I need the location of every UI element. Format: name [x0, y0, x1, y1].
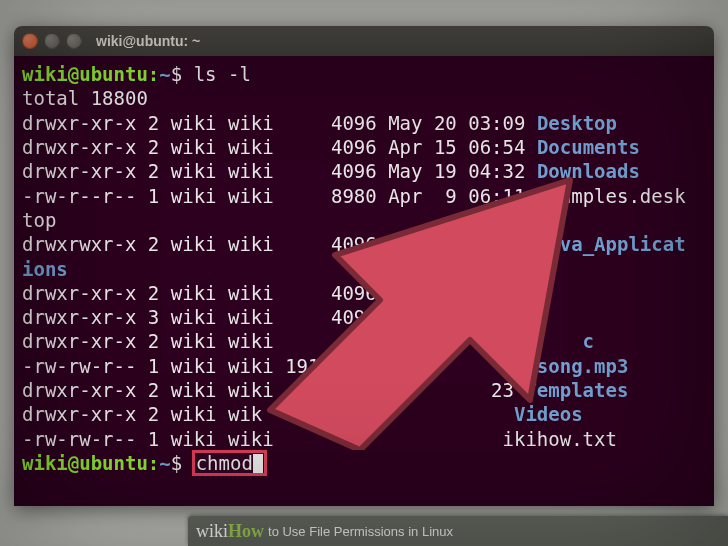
current-command: chmod [196, 452, 253, 474]
table-row: -rw-rw-r-- 1 wiki wiki 1919 song.mp3 [22, 355, 628, 377]
footer-bar: wikiHow to Use File Permissions in Linux [188, 516, 728, 546]
wikihow-logo: wikiHow [188, 521, 268, 542]
footer-text: to Use File Permissions in Linux [268, 524, 453, 539]
table-row: -rw-rw-r-- 1 wiki wiki ikihow.txt [22, 428, 617, 450]
table-row: drwxr-xr-x 2 wiki wiki 4096 A 06:23 [22, 282, 537, 304]
table-row: -rw-r--r-- 1 wiki wiki 8980 Apr 9 06:11 … [22, 185, 686, 207]
window-titlebar: wiki@ubuntu: ~ [14, 26, 714, 56]
table-row: drwxr-xr-x 2 wiki wiki 4096 May 20 03:09… [22, 112, 617, 134]
table-row: drwxr-xr-x 3 wiki wiki 4096 05 s [22, 306, 537, 328]
cursor-icon [253, 454, 263, 474]
prompt-sigil: $ [171, 63, 182, 85]
terminal-body[interactable]: wiki@ubuntu:~$ ls -l total 18800 drwxr-x… [14, 56, 714, 506]
current-command-highlight: chmod [194, 452, 265, 474]
prompt-path: ~ [159, 63, 170, 85]
prompt-user: wiki@ubuntu: [22, 452, 159, 474]
prompt-path: ~ [159, 452, 170, 474]
table-row: drwxr-xr-x 2 wiki wiki 23 Templates [22, 379, 628, 401]
prompt-user: wiki@ubuntu: [22, 63, 159, 85]
table-row-wrap: top [22, 209, 56, 231]
table-row: drwxrwxr-x 2 wiki wiki 4096 May 04:51 Ja… [22, 233, 686, 255]
close-icon[interactable] [22, 33, 38, 49]
table-row: drwxr-xr-x 2 wiki wiki 4096 May 19 04:32… [22, 160, 640, 182]
prev-command: ls -l [194, 63, 251, 85]
terminal-window: wiki@ubuntu: ~ wiki@ubuntu:~$ ls -l tota… [14, 26, 714, 506]
minimize-icon[interactable] [44, 33, 60, 49]
table-row: drwxr-xr-x 2 wiki wiki 40 c [22, 330, 594, 352]
maximize-icon[interactable] [66, 33, 82, 49]
window-title: wiki@ubuntu: ~ [96, 33, 200, 49]
total-line: total 18800 [22, 87, 148, 109]
prompt-sigil: $ [171, 452, 182, 474]
table-row: drwxr-xr-x 2 wiki wiki 4096 Apr 15 06:54… [22, 136, 640, 158]
table-row: drwxr-xr-x 2 wiki wik Videos [22, 403, 583, 425]
table-row-wrap: ions [22, 258, 68, 280]
